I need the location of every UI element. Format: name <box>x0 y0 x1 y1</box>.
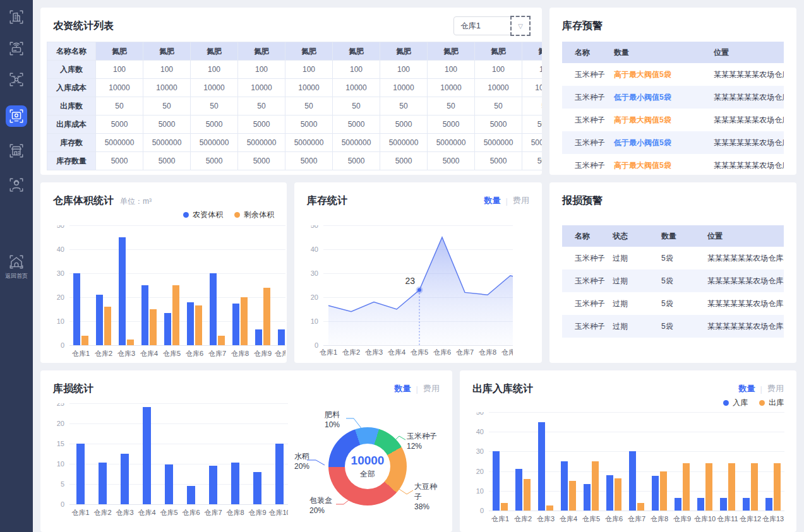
bar <box>232 304 239 346</box>
table-row: 玉米种子过期5袋某某某某某某农场仓库1 <box>562 269 784 292</box>
bar <box>774 463 781 511</box>
inventory-warning-table: 名称数量位置玉米种子高于最大阀值5袋某某某某某某农场仓库1玉米种子低于最小阀值5… <box>562 42 784 177</box>
bar <box>592 461 599 511</box>
bar <box>141 285 148 345</box>
bar <box>119 237 126 345</box>
warehouse-volume-card: 仓库体积统计 单位：m³ 农资体积剩余体积 01020304050仓库1仓库2仓… <box>40 182 287 363</box>
card-title: 库存统计 <box>307 194 347 208</box>
bar <box>569 481 576 511</box>
sidebar-item-devices[interactable] <box>6 38 27 59</box>
inventory-stats-card: 库存统计 数量 | 费用 0102030405023仓库1仓库2仓库3仓库4仓库… <box>294 182 542 363</box>
damage-warning-table: 名称状态数量位置玉米种子过期5袋某某某某某某农场仓库1玉米种子过期5袋某某某某某… <box>562 225 784 338</box>
x-axis-label: 仓库7 <box>206 349 229 358</box>
x-axis-label: 仓库2 <box>512 514 534 524</box>
bar <box>73 273 80 345</box>
bar <box>660 471 667 511</box>
x-axis-label: 仓库5 <box>580 514 603 524</box>
table-row: 玉米种子过期5袋某某某某某某农场仓库1 <box>562 315 784 338</box>
bar <box>150 309 157 345</box>
tab-quantity[interactable]: 数量 <box>484 195 501 206</box>
bar-group <box>115 225 138 345</box>
sidebar-item-users[interactable] <box>6 174 27 196</box>
pie-label: 玉米种子12% <box>407 431 437 451</box>
legend-dot-icon <box>759 400 765 406</box>
inventory-warning-card: 库存预警 名称数量位置玉米种子高于最大阀值5袋某某某某某某农场仓库1玉米种子低于… <box>549 8 796 175</box>
tab-cost[interactable]: 费用 <box>423 383 440 394</box>
bar <box>629 451 636 511</box>
bar-group <box>206 225 229 345</box>
legend-item[interactable]: 剩余体积 <box>234 210 274 220</box>
bar <box>143 407 151 504</box>
x-axis-label: 仓库6 <box>183 349 206 358</box>
materials-table: 名称名称氮肥氮肥氮肥氮肥氮肥氮肥氮肥氮肥氮肥氮肥入库数1001001001001… <box>47 42 542 170</box>
table-row: 出库成本500050005000500050005000500050005000… <box>47 115 543 134</box>
legend-item[interactable]: 入库 <box>723 398 748 408</box>
loss-stats-card: 库损统计 数量 | 费用 0510152025仓库1仓库2仓库3仓库4仓库5仓库… <box>40 370 452 532</box>
table-row: 出库数50505050505050505050 <box>47 97 543 115</box>
warehouse-select[interactable]: 仓库1 ▽ <box>453 16 529 35</box>
x-axis-label: 仓库2 <box>92 349 115 358</box>
user-icon <box>8 177 25 193</box>
table-row: 玉米种子过期5袋某某某某某某农场仓库1 <box>562 247 784 269</box>
tab-cost[interactable]: 费用 <box>767 383 784 394</box>
bar-group <box>246 403 268 504</box>
legend-item[interactable]: 出库 <box>759 398 784 408</box>
x-axis-label: 仓库7 <box>625 514 648 524</box>
table-row: 库存数量500050005000500050005000500050005000… <box>47 152 543 170</box>
legend-item[interactable]: 农资体积 <box>183 210 223 220</box>
sidebar-item-drone[interactable] <box>6 69 27 90</box>
x-axis-label: 仓库8 <box>229 349 251 358</box>
chart-tabs: 数量 | 费用 <box>739 383 784 394</box>
bar <box>751 463 758 511</box>
table-row: 玉米种子高于最大阀值5袋某某某某某某农场仓库1 <box>562 154 784 177</box>
bar <box>127 340 134 346</box>
sidebar-item-materials[interactable] <box>6 6 27 28</box>
bar <box>253 472 261 504</box>
bar <box>231 463 239 504</box>
table-header-row: 名称名称氮肥氮肥氮肥氮肥氮肥氮肥氮肥氮肥氮肥氮肥 <box>47 42 543 61</box>
dropdown-arrow-box[interactable]: ▽ <box>510 16 531 36</box>
legend-dot-icon <box>234 212 240 218</box>
tab-separator: | <box>416 384 418 394</box>
donut-total-value: 10000 <box>351 454 385 468</box>
bar-group <box>625 412 648 511</box>
bar <box>615 478 621 511</box>
sidebar-item-warehouse[interactable] <box>6 140 27 162</box>
sidebar-item-home[interactable]: 返回首页 <box>5 254 28 280</box>
tab-quantity[interactable]: 数量 <box>739 383 755 394</box>
bar <box>561 461 568 511</box>
bar-group <box>92 403 114 504</box>
chart-legend: 入库出库 <box>472 397 784 408</box>
x-axis-label: 仓库3 <box>534 514 557 524</box>
bar-group <box>136 403 158 504</box>
bar <box>720 498 727 511</box>
bar-group <box>648 412 671 511</box>
table-row: 玉米种子低于最小阀值5袋某某某某某某农场仓库1 <box>562 131 784 154</box>
table-header-row: 名称状态数量位置 <box>562 225 784 247</box>
bar-group <box>69 225 92 345</box>
bar <box>606 475 613 511</box>
bar <box>164 313 171 345</box>
bar <box>121 454 129 504</box>
home-icon <box>8 254 25 270</box>
bar <box>637 503 644 511</box>
materials-stats-card: 农资统计列表 仓库1 ▽ 名称名称氮肥氮肥氮肥氮肥氮肥氮肥氮肥氮肥氮肥氮肥入库数… <box>40 8 542 175</box>
bar <box>705 463 712 511</box>
page-title: 农资统计列表 <box>53 20 114 33</box>
legend-dot-icon <box>183 212 189 218</box>
x-axis-label: 仓库9 <box>496 348 513 357</box>
x-axis-label: 仓库8 <box>224 508 246 517</box>
sidebar-item-warehouse-monitor[interactable] <box>6 105 27 127</box>
tab-cost[interactable]: 费用 <box>513 195 529 206</box>
x-axis-label: 仓库4 <box>557 514 580 524</box>
bar-group <box>183 225 206 345</box>
tab-quantity[interactable]: 数量 <box>395 383 411 394</box>
bar-group <box>69 403 92 504</box>
bar <box>538 422 545 511</box>
chart-tabs: 数量 | 费用 <box>395 383 440 394</box>
bar <box>743 498 750 511</box>
bar-group <box>693 412 716 511</box>
chevron-down-icon: ▽ <box>518 23 523 30</box>
warehouse-shop-icon <box>8 143 25 159</box>
bar-group <box>251 225 274 345</box>
